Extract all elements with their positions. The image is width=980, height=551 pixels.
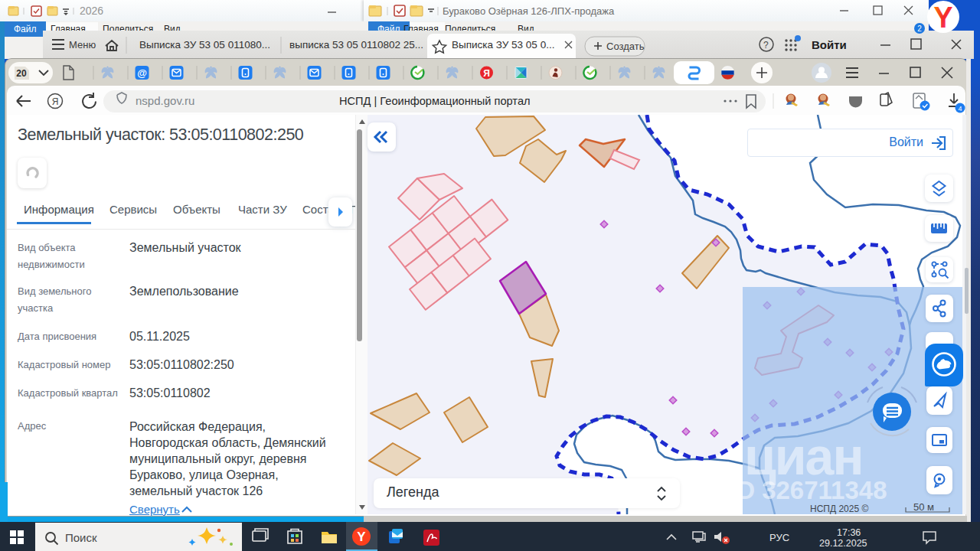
svg-text:2: 2	[917, 24, 922, 33]
svg-text:НСПД | Геоинформационный порта: НСПД | Геоинформационный портал	[339, 95, 531, 107]
svg-text:Войти: Войти	[812, 38, 847, 51]
svg-text:Меню: Меню	[69, 39, 96, 51]
svg-text:РУС: РУС	[769, 532, 789, 543]
svg-text:50 м: 50 м	[913, 501, 934, 513]
svg-text:Выписка ЗУ 53 05 0...: Выписка ЗУ 53 05 0...	[452, 39, 554, 51]
svg-text:29.12.2025: 29.12.2025	[819, 538, 867, 549]
svg-text:17:36: 17:36	[837, 527, 861, 538]
svg-text:Y: Y	[357, 530, 366, 544]
svg-text:20: 20	[16, 68, 27, 79]
svg-text:НСПД 2025 ©: НСПД 2025 ©	[810, 504, 868, 514]
svg-text:2026: 2026	[80, 5, 103, 17]
svg-text:Я: Я	[52, 96, 59, 107]
svg-text:nspd.gov.ru: nspd.gov.ru	[136, 94, 194, 107]
svg-text:Поиск: Поиск	[65, 531, 97, 544]
svg-text:Бураково Озёрная 126-ЛПХ-прода: Бураково Озёрная 126-ЛПХ-продажа	[443, 5, 615, 17]
svg-text:Y: Y	[933, 2, 952, 34]
svg-text:?: ?	[763, 40, 769, 51]
svg-text:выписка 53 05 0110802 25...: выписка 53 05 0110802 25...	[289, 39, 423, 51]
svg-text:ID 326711348: ID 326711348	[730, 476, 887, 504]
svg-text:Выписка ЗУ 53 05 011080...: Выписка ЗУ 53 05 011080...	[139, 39, 270, 51]
svg-text:Создать: Создать	[606, 41, 645, 52]
svg-text:4: 4	[958, 105, 962, 112]
